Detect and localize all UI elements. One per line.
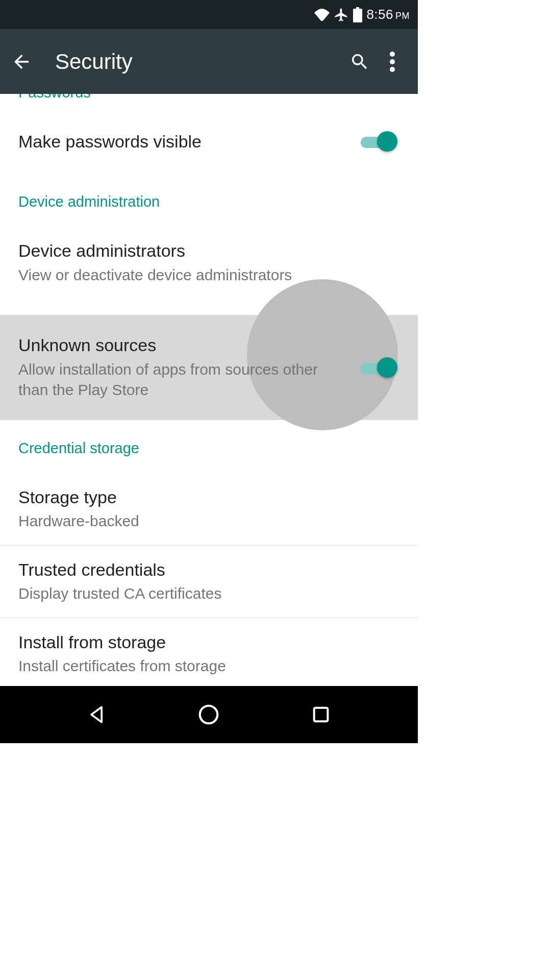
back-button[interactable] — [9, 50, 34, 74]
pref-summary: Hardware-backed — [18, 511, 399, 532]
search-button[interactable] — [343, 45, 376, 78]
status-ampm: PM — [395, 11, 410, 21]
settings-list[interactable]: Passwords Make passwords visible Device … — [0, 94, 418, 686]
nav-home-button[interactable] — [191, 697, 227, 732]
category-credential-storage: Credential storage — [0, 440, 418, 457]
pref-device-administrators[interactable]: Device administrators View or deactivate… — [0, 227, 418, 299]
battery-icon — [353, 7, 362, 22]
pref-title: Trusted credentials — [18, 559, 399, 581]
pref-title: Device administrators — [18, 240, 399, 262]
status-bar: 8:56 PM — [0, 0, 418, 29]
svg-point-3 — [200, 706, 218, 724]
svg-rect-4 — [314, 708, 328, 722]
wifi-icon — [314, 9, 330, 21]
pref-make-passwords-visible[interactable]: Make passwords visible — [0, 117, 418, 166]
pref-storage-type[interactable]: Storage type Hardware-backed — [0, 473, 418, 545]
arrow-back-icon — [11, 51, 32, 72]
nav-home-icon — [197, 703, 220, 726]
page-title: Security — [55, 50, 343, 74]
search-icon — [349, 52, 370, 72]
nav-recents-icon — [311, 704, 331, 725]
airplane-mode-icon — [334, 7, 349, 22]
status-clock: 8:56 PM — [366, 7, 410, 22]
pref-install-from-storage[interactable]: Install from storage Install certificate… — [0, 618, 418, 686]
category-device-administration: Device administration — [0, 194, 418, 210]
more-vert-icon — [390, 52, 395, 72]
switch-make-passwords-visible[interactable] — [361, 131, 397, 152]
pref-summary: Display trusted CA certificates — [18, 583, 399, 604]
app-bar: Security — [0, 29, 418, 94]
navigation-bar — [0, 686, 418, 743]
pref-title: Storage type — [18, 486, 399, 508]
pref-summary: View or deactivate device administrators — [18, 265, 399, 286]
pref-trusted-credentials[interactable]: Trusted credentials Display trusted CA c… — [0, 546, 418, 618]
svg-point-0 — [390, 52, 395, 57]
pref-summary: Allow installation of apps from sources … — [18, 359, 399, 401]
pref-summary: Install certificates from storage — [18, 656, 399, 677]
pref-title: Make passwords visible — [18, 131, 399, 153]
status-time: 8:56 — [366, 7, 393, 22]
pref-unknown-sources[interactable]: Unknown sources Allow installation of ap… — [0, 315, 418, 420]
category-passwords: Passwords — [0, 94, 418, 101]
svg-point-1 — [390, 59, 395, 64]
nav-recents-button[interactable] — [303, 697, 339, 732]
nav-back-button[interactable] — [79, 697, 115, 732]
svg-point-2 — [390, 67, 395, 72]
pref-title: Unknown sources — [18, 334, 399, 356]
overflow-menu-button[interactable] — [376, 45, 409, 78]
nav-back-icon — [86, 703, 108, 726]
switch-unknown-sources[interactable] — [361, 357, 397, 378]
pref-title: Install from storage — [18, 631, 399, 653]
